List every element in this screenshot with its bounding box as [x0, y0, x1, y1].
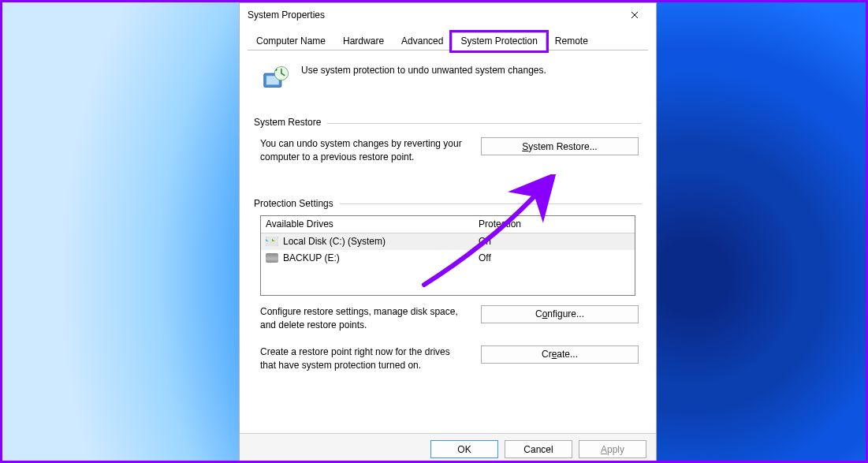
table-header: Available Drives Protection [261, 216, 635, 233]
system-restore-description: You can undo system changes by reverting… [260, 137, 465, 165]
system-properties-window: System Properties Computer Name Hardware… [239, 2, 657, 463]
tab-hardware[interactable]: Hardware [334, 32, 393, 50]
titlebar: System Properties [240, 3, 656, 27]
intro-text: Use system protection to undo unwanted s… [301, 65, 546, 95]
col-protection: Protection [479, 218, 630, 230]
tab-system-protection[interactable]: System Protection [452, 32, 546, 50]
configure-description: Configure restore settings, manage disk … [260, 305, 465, 333]
tab-computer-name[interactable]: Computer Name [248, 32, 334, 50]
tab-remote[interactable]: Remote [546, 32, 597, 50]
desktop: System Properties Computer Name Hardware… [0, 0, 868, 463]
drive-icon [266, 253, 278, 263]
system-restore-button[interactable]: System Restore... [481, 137, 639, 155]
group-system-restore: System Restore You can undo system chang… [254, 117, 642, 165]
group-protection-settings: Protection Settings Available Drives Pro… [254, 198, 642, 373]
cancel-button[interactable]: Cancel [505, 440, 572, 458]
drive-status: On [479, 236, 630, 247]
configure-button[interactable]: Configure... [481, 305, 639, 323]
group-system-restore-label: System Restore [254, 117, 321, 128]
table-row[interactable]: Local Disk (C:) (System) On [261, 233, 635, 250]
tab-content: Use system protection to undo unwanted s… [240, 50, 656, 433]
intro-row: Use system protection to undo unwanted s… [254, 60, 642, 110]
drive-icon [266, 237, 278, 246]
table-row[interactable]: BACKUP (E:) Off [261, 250, 635, 267]
tab-advanced[interactable]: Advanced [393, 32, 452, 50]
close-icon [631, 11, 639, 19]
drive-name: Local Disk (C:) (System) [283, 236, 386, 247]
group-protection-settings-label: Protection Settings [254, 198, 333, 209]
tab-strip: Computer Name Hardware Advanced System P… [240, 27, 656, 50]
create-description: Create a restore point right now for the… [260, 345, 465, 373]
system-protection-icon [260, 65, 290, 95]
drive-name: BACKUP (E:) [283, 252, 340, 263]
drive-status: Off [479, 252, 630, 263]
apply-button[interactable]: Apply [579, 440, 646, 458]
ok-button[interactable]: OK [430, 440, 498, 458]
create-button[interactable]: Create... [481, 345, 639, 364]
dialog-footer: OK Cancel Apply [240, 433, 656, 463]
drives-table[interactable]: Available Drives Protection Local Disk (… [260, 215, 635, 296]
close-button[interactable] [617, 3, 653, 27]
col-drives: Available Drives [266, 218, 479, 230]
window-title: System Properties [248, 9, 325, 21]
